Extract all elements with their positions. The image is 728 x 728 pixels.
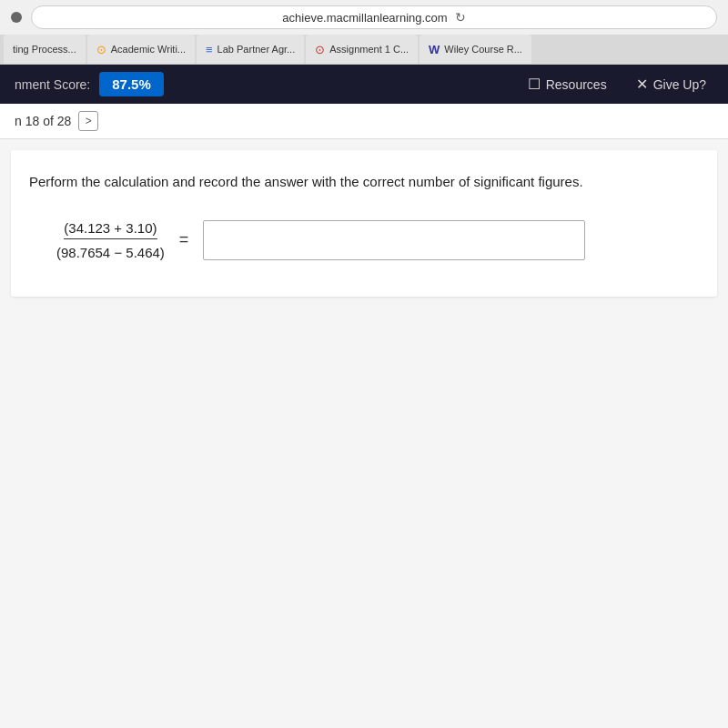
main-content: n 18 of 28 > Perform the calculation and… (0, 104, 728, 728)
url-text: achieve.macmillanlearning.com (282, 11, 447, 25)
math-expression: (34.123 + 3.10) (98.7654 − 5.464) = (56, 220, 699, 260)
answer-input[interactable] (203, 220, 585, 260)
question-progress: n 18 of 28 (15, 114, 71, 128)
score-section: nment Score: 87.5% (15, 72, 164, 96)
tab-4[interactable]: ⊙ Assignment 1 C... (306, 35, 418, 64)
fraction-denominator: (98.7654 − 5.464) (56, 242, 165, 260)
tab-3[interactable]: ≡ Lab Partner Agr... (197, 35, 304, 64)
next-arrow-icon: > (86, 115, 92, 127)
tab-4-icon: ⊙ (315, 43, 325, 56)
tab-2-icon: ⊙ (96, 43, 106, 56)
fraction-display: (34.123 + 3.10) (98.7654 − 5.464) (56, 220, 165, 260)
resources-button[interactable]: ☐ Resources (521, 72, 614, 96)
question-content: Perform the calculation and record the a… (11, 150, 717, 297)
address-bar[interactable]: achieve.macmillanlearning.com ↻ (31, 5, 717, 29)
tab-2-label: Academic Writi... (111, 44, 186, 55)
score-label: nment Score: (15, 77, 90, 92)
reload-icon[interactable]: ↻ (455, 10, 466, 25)
browser-tabs: ting Process... ⊙ Academic Writi... ≡ La… (0, 35, 728, 64)
tab-3-label: Lab Partner Agr... (217, 44, 296, 55)
traffic-light-icon (11, 12, 22, 23)
browser-chrome: achieve.macmillanlearning.com ↻ ting Pro… (0, 0, 728, 65)
question-nav: n 18 of 28 > (0, 104, 728, 139)
resources-label: Resources (546, 77, 607, 92)
tab-3-icon: ≡ (206, 43, 213, 56)
fraction-numerator: (34.123 + 3.10) (64, 220, 157, 239)
page-wrapper: achieve.macmillanlearning.com ↻ ting Pro… (0, 0, 728, 728)
tab-1[interactable]: ting Process... (4, 35, 86, 64)
tab-5-icon: W (429, 43, 440, 56)
tab-5-label: Wiley Course R... (444, 44, 522, 55)
question-card: Perform the calculation and record the a… (11, 150, 717, 297)
give-up-label: Give Up? (653, 77, 706, 92)
tab-2[interactable]: ⊙ Academic Writi... (87, 35, 195, 64)
resources-icon: ☐ (528, 76, 541, 93)
give-up-icon: ✕ (636, 76, 648, 93)
tab-4-label: Assignment 1 C... (329, 44, 409, 55)
browser-controls (11, 12, 22, 23)
app-header: nment Score: 87.5% ☐ Resources ✕ Give Up… (0, 65, 728, 104)
next-question-button[interactable]: > (78, 111, 98, 131)
tab-1-label: ting Process... (13, 44, 76, 55)
browser-titlebar: achieve.macmillanlearning.com ↻ (0, 0, 728, 35)
question-instruction: Perform the calculation and record the a… (29, 172, 699, 193)
score-badge: 87.5% (99, 72, 164, 96)
give-up-button[interactable]: ✕ Give Up? (629, 72, 713, 96)
equals-sign: = (179, 230, 189, 249)
tab-5[interactable]: W Wiley Course R... (420, 35, 531, 64)
